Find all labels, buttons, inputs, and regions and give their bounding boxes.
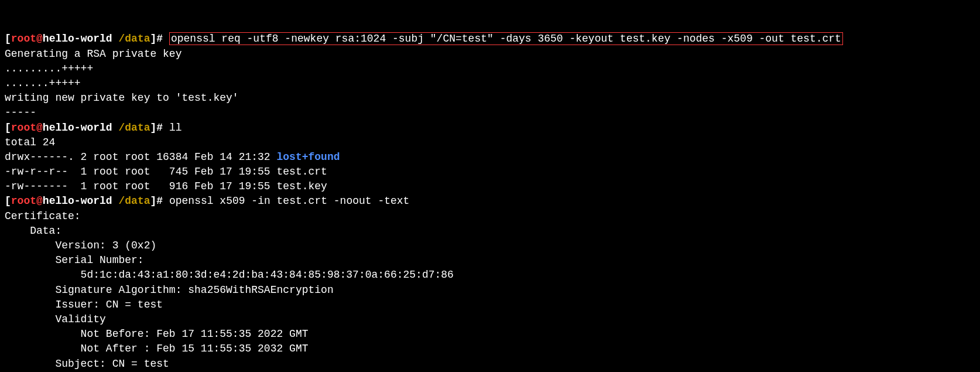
prompt-path: /data — [118, 33, 150, 45]
output-line: Version: 3 (0x2) — [5, 240, 156, 251]
prompt-space — [112, 122, 119, 134]
prompt-line-3[interactable]: [root@hello-world /data]# openssl x509 -… — [5, 195, 409, 207]
prompt-space — [112, 195, 119, 207]
output-line: Serial Number: — [5, 254, 144, 266]
bracket-close: ] — [150, 33, 157, 45]
prompt-line-2[interactable]: [root@hello-world /data]# ll — [5, 122, 182, 134]
bracket-open: [ — [5, 122, 11, 134]
output-line: Not Before: Feb 17 11:55:35 2022 GMT — [5, 328, 308, 340]
prompt-at: @ — [36, 33, 43, 45]
bracket-open: [ — [5, 33, 11, 45]
output-line: writing new private key to 'test.key' — [5, 92, 239, 104]
prompt-path: /data — [118, 195, 150, 207]
prompt-at: @ — [36, 122, 43, 134]
bracket-close: ] — [150, 122, 157, 134]
output-line: total 24 — [5, 136, 55, 148]
output-line: .......+++++ — [5, 77, 81, 89]
command-input-1[interactable]: openssl req -utf8 -newkey rsa:1024 -subj… — [169, 32, 843, 45]
output-line: ----- — [5, 107, 36, 118]
prompt-host: hello-world — [43, 33, 112, 45]
prompt-user: root — [11, 122, 36, 134]
prompt-user: root — [11, 195, 36, 207]
output-line: Issuer: CN = test — [5, 299, 163, 310]
output-line: Subject: CN = test — [5, 358, 169, 370]
prompt-line-1[interactable]: [root@hello-world /data]# openssl req -u… — [5, 32, 843, 45]
prompt-at: @ — [36, 195, 43, 207]
output-line: Validity — [5, 313, 106, 325]
file-row: -rw-r--r-- 1 root root 745 Feb 17 19:55 … — [5, 166, 327, 178]
command-input-3[interactable]: openssl x509 -in test.crt -noout -text — [169, 195, 409, 207]
prompt-hash: # — [156, 122, 163, 134]
output-line: Not After : Feb 15 11:55:35 2032 GMT — [5, 343, 308, 354]
bracket-close: ] — [150, 195, 157, 207]
bracket-open: [ — [5, 195, 11, 207]
prompt-user: root — [11, 33, 36, 45]
command-input-2[interactable]: ll — [169, 122, 182, 134]
prompt-hash: # — [156, 33, 163, 45]
prompt-hash: # — [156, 195, 163, 207]
output-line: Generating a RSA private key — [5, 48, 181, 60]
prompt-host: hello-world — [43, 122, 112, 134]
output-line: .........+++++ — [5, 63, 93, 74]
output-line: Certificate: — [5, 210, 81, 222]
output-line: Signature Algorithm: sha256WithRSAEncryp… — [5, 284, 334, 296]
output-line: 5d:1c:da:43:a1:80:3d:e4:2d:ba:43:84:85:9… — [5, 269, 454, 281]
dir-name: lost+found — [276, 151, 340, 163]
output-line: Data: — [5, 225, 61, 237]
file-row: -rw------- 1 root root 916 Feb 17 19:55 … — [5, 180, 327, 192]
prompt-host: hello-world — [43, 195, 112, 207]
terminal-output: [root@hello-world /data]# openssl req -u… — [5, 32, 975, 372]
prompt-path: /data — [118, 122, 150, 134]
file-row: drwx------. 2 root root 16384 Feb 14 21:… — [5, 151, 276, 163]
prompt-space — [112, 33, 119, 45]
